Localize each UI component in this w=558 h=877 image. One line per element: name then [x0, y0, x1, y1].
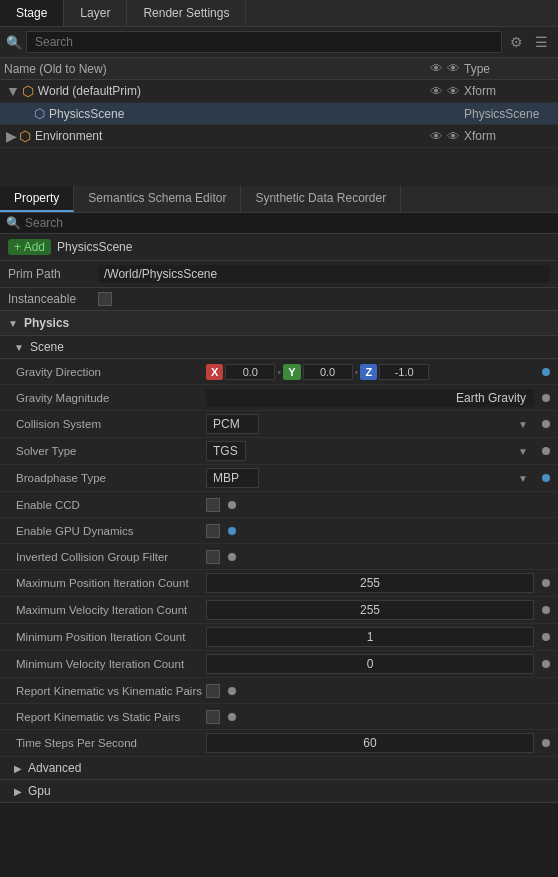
- broadphase-type-dropdown-wrap: MBP SAP Default ▼: [206, 468, 534, 488]
- environment-label: Environment: [35, 129, 430, 143]
- solver-type-label: Solver Type: [16, 445, 206, 457]
- tree-row-environment[interactable]: ▶ ⬡ Environment 👁 👁 Xform: [0, 125, 558, 148]
- min-position-iteration-count-controls: [206, 627, 550, 647]
- broadphase-type-controls: MBP SAP Default ▼: [206, 468, 550, 488]
- collision-system-select[interactable]: PCM SAT Default: [206, 414, 259, 434]
- report-kinematic-static-checkbox[interactable]: [206, 710, 220, 724]
- add-row: + Add PhysicsScene: [0, 234, 558, 261]
- environment-eye-1[interactable]: 👁: [430, 129, 443, 144]
- report-kinematic-kinematic-checkbox[interactable]: [206, 684, 220, 698]
- physicsscene-type: PhysicsScene: [464, 107, 554, 121]
- report-kinematic-static-controls: [206, 710, 550, 724]
- gravity-direction-indicator: [542, 368, 550, 376]
- min-velocity-iteration-count-controls: [206, 654, 550, 674]
- eye-icons-header: 👁 👁: [430, 61, 460, 76]
- enable-gpu-dynamics-checkbox[interactable]: [206, 524, 220, 538]
- collision-system-controls: PCM SAT Default ▼: [206, 414, 550, 434]
- tree-header: Name (Old to New) 👁 👁 Type: [0, 58, 558, 80]
- inverted-collision-group-filter-checkbox[interactable]: [206, 550, 220, 564]
- instanceable-row: Instanceable: [0, 288, 558, 311]
- solver-type-row: Solver Type TGS PGS ▼: [0, 438, 558, 465]
- min-position-iteration-count-input[interactable]: [206, 627, 534, 647]
- environment-eye-2[interactable]: 👁: [447, 129, 460, 144]
- menu-icon-button[interactable]: ☰: [531, 32, 552, 52]
- solver-type-select[interactable]: TGS PGS: [206, 441, 246, 461]
- collision-system-row: Collision System PCM SAT Default ▼: [0, 411, 558, 438]
- property-tabs: Property Semantics Schema Editor Synthet…: [0, 186, 558, 213]
- tab-layer[interactable]: Layer: [64, 0, 127, 26]
- tree-row-physicsscene[interactable]: ⬡ PhysicsScene PhysicsScene: [0, 103, 558, 125]
- gpu-section-title: Gpu: [28, 784, 51, 798]
- eye-icon-1: 👁: [430, 61, 443, 76]
- world-eye-2[interactable]: 👁: [447, 84, 460, 99]
- max-position-iteration-count-input[interactable]: [206, 573, 534, 593]
- filter-icon-button[interactable]: ⚙: [506, 32, 527, 52]
- tree-spacer: [0, 148, 558, 186]
- add-button[interactable]: + Add: [8, 239, 51, 255]
- gravity-z-input[interactable]: [379, 364, 429, 380]
- max-position-iteration-count-row: Maximum Position Iteration Count: [0, 570, 558, 597]
- report-kinematic-static-row: Report Kinematic vs Static Pairs: [0, 704, 558, 730]
- gravity-direction-row: Gravity Direction X • Y • Z: [0, 359, 558, 385]
- broadphase-type-indicator: [542, 474, 550, 482]
- physicsscene-label: PhysicsScene: [49, 107, 464, 121]
- report-kinematic-static-label: Report Kinematic vs Static Pairs: [16, 711, 206, 723]
- collision-system-indicator: [542, 420, 550, 428]
- time-steps-per-second-input[interactable]: [206, 733, 534, 753]
- gravity-y-label: Y: [283, 364, 300, 380]
- environment-expand-toggle[interactable]: ▶: [4, 129, 19, 143]
- gravity-x-input[interactable]: [225, 364, 275, 380]
- world-expand-toggle[interactable]: ▼: [4, 84, 22, 98]
- xyz-sep-2: •: [355, 366, 359, 378]
- enable-gpu-dynamics-row: Enable GPU Dynamics: [0, 518, 558, 544]
- search-icon: 🔍: [6, 35, 22, 50]
- enable-ccd-label: Enable CCD: [16, 499, 206, 511]
- add-value: PhysicsScene: [57, 240, 132, 254]
- min-position-iteration-count-row: Minimum Position Iteration Count: [0, 624, 558, 651]
- gpu-collapse-arrow: ▶: [14, 786, 22, 797]
- tree-row-world[interactable]: ▼ ⬡ World (defaultPrim) 👁 👁 Xform: [0, 80, 558, 103]
- property-panel: Property Semantics Schema Editor Synthet…: [0, 186, 558, 803]
- tab-stage[interactable]: Stage: [0, 0, 64, 26]
- top-tabs-bar: Stage Layer Render Settings: [0, 0, 558, 27]
- tab-render-settings[interactable]: Render Settings: [127, 0, 246, 26]
- physics-section-header[interactable]: ▼ Physics: [0, 311, 558, 336]
- min-position-iteration-count-indicator: [542, 633, 550, 641]
- world-eye-1[interactable]: 👁: [430, 84, 443, 99]
- collision-system-dropdown-arrow: ▼: [518, 419, 528, 430]
- prop-search-icon: 🔍: [6, 216, 21, 230]
- enable-ccd-checkbox[interactable]: [206, 498, 220, 512]
- prop-search-input[interactable]: [25, 216, 552, 230]
- enable-gpu-dynamics-controls: [206, 524, 550, 538]
- min-velocity-iteration-count-label: Minimum Velocity Iteration Count: [16, 658, 206, 670]
- broadphase-type-select[interactable]: MBP SAP Default: [206, 468, 259, 488]
- max-velocity-iteration-count-input[interactable]: [206, 600, 534, 620]
- min-velocity-iteration-count-input[interactable]: [206, 654, 534, 674]
- min-position-iteration-count-label: Minimum Position Iteration Count: [16, 631, 206, 643]
- scene-collapse-arrow: ▼: [14, 342, 24, 353]
- advanced-section-header[interactable]: ▶ Advanced: [0, 757, 558, 780]
- max-position-iteration-count-indicator: [542, 579, 550, 587]
- solver-type-dropdown-wrap: TGS PGS ▼: [206, 441, 534, 461]
- enable-gpu-dynamics-indicator: [228, 527, 236, 535]
- scene-subsection-header[interactable]: ▼ Scene: [0, 336, 558, 359]
- min-velocity-iteration-count-indicator: [542, 660, 550, 668]
- world-label: World (defaultPrim): [38, 84, 430, 98]
- inverted-collision-group-filter-row: Inverted Collision Group Filter: [0, 544, 558, 570]
- gravity-direction-controls: X • Y • Z: [206, 364, 550, 380]
- max-velocity-iteration-count-indicator: [542, 606, 550, 614]
- instanceable-checkbox[interactable]: [98, 292, 112, 306]
- gravity-direction-label: Gravity Direction: [16, 366, 206, 378]
- time-steps-per-second-label: Time Steps Per Second: [16, 737, 206, 749]
- gravity-magnitude-indicator: [542, 394, 550, 402]
- tab-property[interactable]: Property: [0, 186, 74, 212]
- eye-icon-2: 👁: [447, 61, 460, 76]
- tab-synthetic[interactable]: Synthetic Data Recorder: [241, 186, 401, 212]
- gpu-section-header[interactable]: ▶ Gpu: [0, 780, 558, 803]
- report-kinematic-kinematic-row: Report Kinematic vs Kinematic Pairs: [0, 678, 558, 704]
- gravity-y-input[interactable]: [303, 364, 353, 380]
- tab-semantics[interactable]: Semantics Schema Editor: [74, 186, 241, 212]
- world-icon: ⬡: [22, 83, 34, 99]
- enable-gpu-dynamics-label: Enable GPU Dynamics: [16, 525, 206, 537]
- search-input[interactable]: [26, 31, 502, 53]
